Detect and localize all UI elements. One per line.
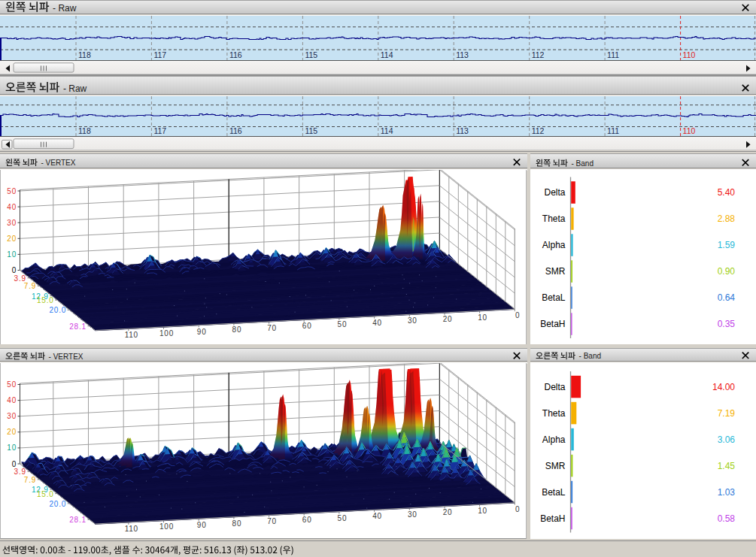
svg-text:5.40: 5.40 bbox=[718, 187, 736, 198]
svg-text:BetaH: BetaH bbox=[540, 319, 565, 329]
svg-text:Alpha: Alpha bbox=[542, 434, 566, 444]
svg-text:7.9: 7.9 bbox=[24, 282, 36, 290]
svg-text:0.58: 0.58 bbox=[718, 513, 736, 523]
svg-text:112: 112 bbox=[532, 126, 545, 135]
svg-text:80: 80 bbox=[232, 519, 242, 528]
svg-text:Theta: Theta bbox=[542, 407, 566, 418]
svg-text:110: 110 bbox=[125, 331, 138, 339]
svg-text:116: 116 bbox=[229, 126, 242, 135]
svg-text:20: 20 bbox=[443, 315, 453, 323]
svg-text:BetaH: BetaH bbox=[540, 513, 565, 523]
svg-text:118: 118 bbox=[78, 126, 91, 135]
svg-text:30: 30 bbox=[7, 412, 17, 420]
svg-text:40: 40 bbox=[7, 203, 17, 211]
svg-text:40: 40 bbox=[372, 319, 382, 327]
svg-text:60: 60 bbox=[302, 516, 312, 524]
svg-text:110: 110 bbox=[683, 50, 696, 59]
svg-text:28.1: 28.1 bbox=[69, 516, 87, 524]
svg-text:0: 0 bbox=[515, 505, 520, 513]
svg-text:50: 50 bbox=[7, 187, 17, 195]
svg-text:0.90: 0.90 bbox=[718, 266, 736, 277]
svg-text:3.9: 3.9 bbox=[14, 468, 26, 476]
svg-text:50: 50 bbox=[338, 514, 348, 522]
svg-text:40: 40 bbox=[372, 512, 382, 520]
svg-text:3.9: 3.9 bbox=[14, 274, 26, 283]
svg-text:14.00: 14.00 bbox=[712, 381, 735, 392]
svg-text:50: 50 bbox=[7, 380, 17, 389]
svg-text:Theta: Theta bbox=[542, 213, 566, 224]
svg-text:20: 20 bbox=[7, 235, 17, 243]
svg-text:BetaL: BetaL bbox=[542, 486, 566, 497]
svg-text:117: 117 bbox=[153, 126, 166, 135]
svg-text:- Band: - Band bbox=[579, 352, 601, 360]
svg-text:2.88: 2.88 bbox=[718, 213, 736, 224]
svg-text:1.45: 1.45 bbox=[718, 460, 736, 471]
svg-text:70: 70 bbox=[267, 324, 277, 332]
svg-text:Delta: Delta bbox=[544, 381, 565, 392]
svg-text:1.59: 1.59 bbox=[718, 240, 736, 250]
svg-text:114: 114 bbox=[381, 126, 393, 135]
svg-text:- Raw: - Raw bbox=[63, 83, 87, 94]
svg-text:20: 20 bbox=[443, 508, 453, 516]
svg-text:Alpha: Alpha bbox=[542, 240, 566, 250]
svg-text:111: 111 bbox=[607, 50, 619, 59]
svg-text:115: 115 bbox=[305, 50, 317, 59]
svg-text:SMR: SMR bbox=[545, 460, 566, 471]
svg-text:115: 115 bbox=[305, 126, 317, 135]
svg-text:10: 10 bbox=[7, 250, 17, 259]
svg-text:10: 10 bbox=[478, 507, 487, 515]
svg-text:0: 0 bbox=[12, 460, 17, 468]
svg-text:- Band: - Band bbox=[572, 159, 594, 168]
svg-text:SMR: SMR bbox=[545, 266, 566, 277]
svg-text:Delta: Delta bbox=[544, 187, 565, 198]
svg-text:20: 20 bbox=[7, 428, 17, 436]
svg-text:100: 100 bbox=[159, 329, 174, 338]
svg-text:20.0: 20.0 bbox=[49, 306, 66, 314]
svg-text:7.19: 7.19 bbox=[718, 407, 736, 418]
svg-text:10: 10 bbox=[7, 443, 17, 452]
svg-text:3.06: 3.06 bbox=[718, 434, 736, 444]
svg-text:90: 90 bbox=[197, 328, 207, 336]
svg-text:110: 110 bbox=[125, 525, 138, 533]
svg-text:110: 110 bbox=[683, 126, 696, 135]
svg-text:116: 116 bbox=[229, 50, 242, 59]
svg-text:BetaL: BetaL bbox=[542, 292, 566, 303]
svg-text:60: 60 bbox=[302, 322, 312, 330]
svg-text:118: 118 bbox=[78, 50, 91, 59]
svg-text:113: 113 bbox=[456, 126, 469, 135]
svg-text:100: 100 bbox=[159, 522, 174, 531]
svg-text:111: 111 bbox=[607, 126, 619, 135]
svg-text:0: 0 bbox=[515, 311, 520, 319]
svg-text:0: 0 bbox=[12, 266, 17, 274]
svg-text:40: 40 bbox=[7, 396, 17, 404]
svg-text:70: 70 bbox=[267, 517, 277, 525]
svg-text:0.35: 0.35 bbox=[718, 319, 736, 329]
svg-text:0.64: 0.64 bbox=[718, 292, 736, 303]
svg-text:28.1: 28.1 bbox=[69, 322, 87, 331]
svg-text:50: 50 bbox=[338, 320, 348, 328]
svg-text:- Raw: - Raw bbox=[53, 3, 77, 14]
svg-text:10: 10 bbox=[478, 313, 487, 322]
svg-text:1.03: 1.03 bbox=[718, 486, 736, 497]
svg-text:20.0: 20.0 bbox=[49, 500, 66, 508]
svg-text:30: 30 bbox=[408, 510, 417, 519]
svg-text:117: 117 bbox=[153, 50, 166, 59]
svg-text:15.0: 15.0 bbox=[37, 296, 54, 304]
svg-text:- VERTEX: - VERTEX bbox=[49, 353, 83, 361]
svg-text:114: 114 bbox=[381, 50, 393, 59]
svg-text:15.0: 15.0 bbox=[37, 490, 54, 498]
svg-text:30: 30 bbox=[7, 219, 17, 227]
svg-text:30: 30 bbox=[408, 316, 417, 325]
svg-text:90: 90 bbox=[197, 521, 207, 529]
svg-text:113: 113 bbox=[456, 50, 469, 59]
svg-text:80: 80 bbox=[232, 325, 242, 334]
svg-text:112: 112 bbox=[532, 50, 545, 59]
svg-text:- VERTEX: - VERTEX bbox=[41, 159, 76, 167]
svg-text:7.9: 7.9 bbox=[24, 476, 36, 484]
